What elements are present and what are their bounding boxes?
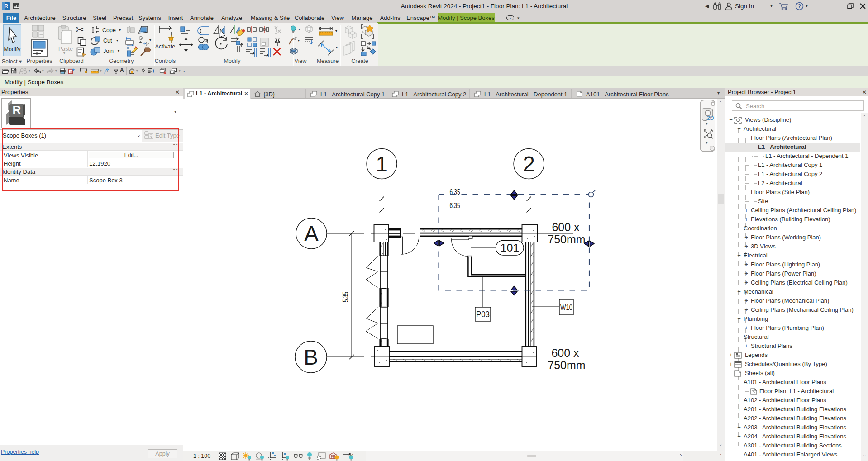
svg-text:W10: W10: [560, 303, 572, 312]
svg-text:R: R: [13, 103, 21, 117]
svg-text:750mm: 750mm: [548, 359, 585, 371]
svg-text:A: A: [304, 222, 319, 246]
svg-text:P03: P03: [476, 309, 490, 319]
svg-text:1: 1: [376, 152, 388, 176]
svg-text:R: R: [4, 3, 8, 10]
svg-text:600 x: 600 x: [551, 347, 579, 359]
svg-text:6.35: 6.35: [450, 201, 460, 209]
svg-text:600 x: 600 x: [552, 221, 580, 233]
svg-text:101: 101: [501, 242, 520, 254]
svg-text:?: ?: [798, 3, 801, 10]
svg-text:750mm: 750mm: [548, 233, 585, 246]
svg-text:2: 2: [523, 152, 535, 176]
svg-text:5.35: 5.35: [341, 292, 349, 302]
svg-text:B: B: [304, 345, 318, 369]
